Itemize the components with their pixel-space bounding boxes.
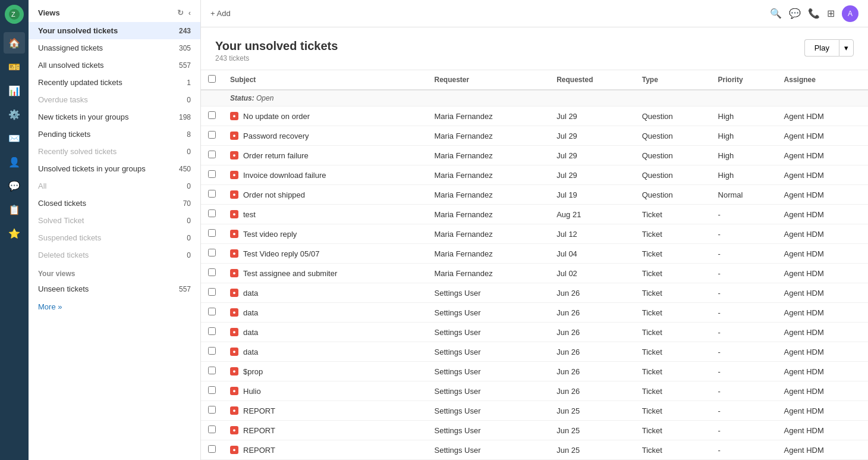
subject-text[interactable]: data <box>243 289 258 298</box>
subject-text[interactable]: No update on order <box>243 112 310 121</box>
table-row[interactable]: ● Order return failure Maria Fernandez J… <box>201 146 868 165</box>
row-checkbox[interactable] <box>208 367 216 374</box>
row-requested: Jul 04 <box>549 244 635 264</box>
chat-icon[interactable]: 💬 <box>789 8 801 19</box>
select-all-checkbox[interactable] <box>208 75 216 83</box>
row-subject: ● data <box>223 283 427 303</box>
row-checkbox[interactable] <box>208 327 216 335</box>
sidebar-item-new-in-groups[interactable]: New tickets in your groups 198 <box>29 108 200 126</box>
row-checkbox[interactable] <box>208 229 216 237</box>
sidebar-item-unseen[interactable]: Unseen tickets 557 <box>29 280 200 298</box>
sidebar-more-link[interactable]: More » <box>29 298 200 316</box>
table-row[interactable]: ● data Settings User Jun 26 Ticket - Age… <box>201 283 868 303</box>
row-checkbox[interactable] <box>208 131 216 139</box>
sidebar-item-deleted[interactable]: Deleted tickets 0 <box>29 246 200 264</box>
subject-text[interactable]: Order return failure <box>243 151 309 160</box>
refresh-icon[interactable]: ↻ <box>177 8 184 17</box>
subject-text[interactable]: test <box>243 210 256 219</box>
subject-text[interactable]: data <box>243 308 258 317</box>
sidebar-item-pending[interactable]: Pending tickets 8 <box>29 126 200 143</box>
subject-text[interactable]: Invoice download failure <box>243 171 326 180</box>
play-button[interactable]: Play <box>804 39 839 57</box>
row-checkbox[interactable] <box>208 445 216 453</box>
row-checkbox[interactable] <box>208 288 216 296</box>
sidebar-item-suspended[interactable]: Suspended tickets 0 <box>29 229 200 246</box>
table-row[interactable]: ● Order not shipped Maria Fernandez Jul … <box>201 185 868 205</box>
sidebar-item-recently-updated[interactable]: Recently updated tickets 1 <box>29 74 200 91</box>
table-row[interactable]: ● Invoice download failure Maria Fernand… <box>201 165 868 185</box>
table-row[interactable]: ● Test video reply Maria Fernandez Jul 1… <box>201 224 868 244</box>
table-row[interactable]: ● data Settings User Jun 26 Ticket - Age… <box>201 303 868 323</box>
table-row[interactable]: ● Test Video reply 05/07 Maria Fernandez… <box>201 244 868 264</box>
sidebar-item-all-unsolved[interactable]: All unsolved tickets 557 <box>29 57 200 74</box>
col-assignee: Assignee <box>777 70 868 90</box>
row-checkbox[interactable] <box>208 190 216 198</box>
collapse-icon[interactable]: ‹ <box>188 8 191 17</box>
sidebar-item-solved[interactable]: Solved Ticket 0 <box>29 212 200 229</box>
table-row[interactable]: ● REPORT Settings User Jun 25 Ticket - A… <box>201 421 868 440</box>
nav-tasks[interactable]: 📋 <box>4 199 25 220</box>
table-row[interactable]: ● Hulio Settings User Jun 26 Ticket - Ag… <box>201 381 868 401</box>
sidebar-item-unsolved-groups[interactable]: Unsolved tickets in your groups 450 <box>29 160 200 177</box>
subject-text[interactable]: data <box>243 348 258 356</box>
sidebar-item-label: Pending tickets <box>38 130 90 139</box>
row-checkbox[interactable] <box>208 170 216 178</box>
table-row[interactable]: ● test Maria Fernandez Aug 21 Ticket - A… <box>201 205 868 224</box>
nav-users[interactable]: 👤 <box>4 151 25 173</box>
app-logo[interactable]: Z <box>5 5 24 24</box>
table-row[interactable]: ● Test assignee and submiter Maria Ferna… <box>201 264 868 283</box>
sidebar-item-closed[interactable]: Closed tickets 70 <box>29 195 200 212</box>
nav-home[interactable]: 🏠 <box>4 32 25 54</box>
add-button[interactable]: + Add <box>210 9 231 18</box>
phone-icon[interactable]: 📞 <box>808 8 820 19</box>
table-row[interactable]: ● data Settings User Jun 26 Ticket - Age… <box>201 342 868 362</box>
table-row[interactable]: ● Password recovery Maria Fernandez Jul … <box>201 126 868 146</box>
subject-text[interactable]: Test video reply <box>243 230 297 239</box>
nav-tickets[interactable]: 🎫 <box>4 56 25 77</box>
row-checkbox[interactable] <box>208 406 216 414</box>
sidebar-item-label: Your unsolved tickets <box>38 26 118 35</box>
sidebar-item-count: 198 <box>177 113 191 121</box>
subject-text[interactable]: REPORT <box>243 446 275 455</box>
grid-icon[interactable]: ⊞ <box>827 8 835 19</box>
sidebar-item-unassigned[interactable]: Unassigned tickets 305 <box>29 39 200 57</box>
nav-settings[interactable]: ⚙️ <box>4 104 25 125</box>
subject-text[interactable]: Password recovery <box>243 132 309 140</box>
row-checkbox[interactable] <box>208 347 216 355</box>
subject-text[interactable]: REPORT <box>243 426 275 435</box>
table-row[interactable]: ● REPORT Settings User Jun 25 Ticket - A… <box>201 440 868 460</box>
tickets-title-area: Your unsolved tickets 243 tickets <box>215 39 338 62</box>
sidebar-item-all[interactable]: All 0 <box>29 177 200 195</box>
subject-text[interactable]: REPORT <box>243 406 275 415</box>
play-dropdown-button[interactable]: ▾ <box>839 39 854 57</box>
row-checkbox[interactable] <box>208 151 216 158</box>
sidebar-item-overdue[interactable]: Overdue tasks 0 <box>29 91 200 108</box>
row-checkbox[interactable] <box>208 249 216 256</box>
search-icon[interactable]: 🔍 <box>770 8 782 19</box>
table-row[interactable]: ● REPORT Settings User Jun 25 Ticket - A… <box>201 401 868 421</box>
sidebar-item-recently-solved[interactable]: Recently solved tickets 0 <box>29 143 200 160</box>
table-row[interactable]: ● data Settings User Jun 26 Ticket - Age… <box>201 323 868 342</box>
table-row[interactable]: ● No update on order Maria Fernandez Jul… <box>201 107 868 126</box>
row-checkbox[interactable] <box>208 111 216 119</box>
row-checkbox[interactable] <box>208 425 216 433</box>
row-checkbox[interactable] <box>208 268 216 276</box>
nav-messages[interactable]: ✉️ <box>4 127 25 149</box>
subject-text[interactable]: $prop <box>243 367 263 376</box>
subject-text[interactable]: data <box>243 328 258 337</box>
nav-reports[interactable]: 📊 <box>4 80 25 101</box>
sidebar-item-your-unsolved[interactable]: Your unsolved tickets 243 <box>29 22 200 39</box>
table-row[interactable]: ● $prop Settings User Jun 26 Ticket - Ag… <box>201 362 868 381</box>
subject-text[interactable]: Order not shipped <box>243 190 305 199</box>
nav-chat[interactable]: 💬 <box>4 175 25 196</box>
row-checkbox[interactable] <box>208 308 216 315</box>
user-avatar[interactable]: A <box>842 5 858 22</box>
subject-text[interactable]: Hulio <box>243 387 261 396</box>
row-checkbox[interactable] <box>208 386 216 394</box>
ticket-status-icon: ● <box>230 367 238 375</box>
nav-starred[interactable]: ⭐ <box>4 223 25 244</box>
subject-text[interactable]: Test Video reply 05/07 <box>243 249 319 258</box>
row-checkbox[interactable] <box>208 209 216 217</box>
subject-text[interactable]: Test assignee and submiter <box>243 269 337 278</box>
row-subject: ● Test Video reply 05/07 <box>223 244 427 264</box>
